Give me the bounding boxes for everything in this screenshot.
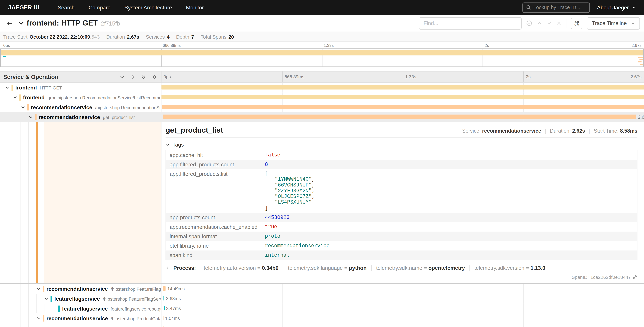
- timeline-header: Service & Operation 0μs666.89ms1.33s2s2.…: [0, 71, 644, 82]
- span-name-cell[interactable]: featureflagservicefeatureflagservice.rep…: [0, 304, 161, 314]
- span-row[interactable]: frontendgrpc.hipstershop.RecommendationS…: [0, 92, 644, 102]
- span-duration-label: 2.62s: [636, 115, 644, 120]
- link-icon[interactable]: [632, 275, 638, 280]
- next-result-icon[interactable]: [547, 20, 552, 26]
- span-bar-cell[interactable]: 2.62s: [161, 112, 644, 122]
- service-name: recommendationservice: [46, 315, 108, 322]
- tag-value: false: [261, 150, 637, 160]
- span-row[interactable]: [0, 323, 644, 327]
- span-name-cell[interactable]: recommendationservice/hipstershop.Recomm…: [0, 102, 161, 112]
- minimap-tick-label: 2.67s: [630, 43, 644, 48]
- trace-view-selector[interactable]: Trace Timeline: [587, 17, 640, 30]
- expand-chevron-icon[interactable]: [28, 115, 35, 120]
- timeline-ruler[interactable]: 0μs666.89ms1.33s2s2.67s: [161, 72, 644, 82]
- summary-value: 20: [228, 34, 234, 40]
- span-bar-cell[interactable]: [161, 82, 644, 92]
- span-name-cell[interactable]: frontendgrpc.hipstershop.RecommendationS…: [0, 92, 161, 102]
- span-operation-title: get_product_list: [166, 126, 223, 135]
- meta-divider: |: [589, 128, 590, 134]
- collapse-trace-chevron-icon[interactable]: [18, 20, 24, 26]
- summary-depth: Depth7: [176, 34, 194, 40]
- span-bar-cell[interactable]: [161, 102, 644, 112]
- span-bar[interactable]: [163, 326, 164, 327]
- span-bar-cell[interactable]: 3.47ms: [161, 304, 644, 314]
- process-value: opentelemetry: [428, 265, 465, 271]
- indent-guide: [36, 304, 44, 314]
- span-bar-cell[interactable]: 1.04ms: [161, 314, 644, 323]
- span-name-cell[interactable]: recommendationservice/hipstershop.Produc…: [0, 314, 161, 323]
- keyboard-shortcuts-button[interactable]: ⌘: [571, 18, 582, 29]
- span-bar-cell[interactable]: 3.68ms: [161, 294, 644, 304]
- zoom-out-icon[interactable]: [526, 20, 532, 26]
- expand-chevron-icon[interactable]: [5, 85, 12, 90]
- span-row[interactable]: recommendationservice/hipstershop.Recomm…: [0, 102, 644, 112]
- timeline-gridline: [403, 314, 403, 323]
- collapse-all-icon[interactable]: [141, 74, 146, 80]
- expand-chevron-icon[interactable]: [44, 296, 50, 301]
- expand-chevron-icon[interactable]: [36, 286, 43, 291]
- minimap-span-mark: [638, 57, 643, 58]
- span-name-cell[interactable]: featureflagservice/hipstershop.FeatureFl…: [0, 294, 161, 304]
- span-name-cell[interactable]: recommendationserviceget_product_list: [0, 112, 161, 122]
- span-name-cell[interactable]: recommendationservice/hipstershop.Featur…: [0, 284, 161, 294]
- minimap-canvas[interactable]: [0, 48, 644, 67]
- summary-label: Total Spans: [200, 34, 226, 40]
- nav-item-compare[interactable]: Compare: [82, 0, 118, 15]
- indent-guide: [13, 314, 20, 323]
- span-bar[interactable]: [163, 286, 166, 291]
- process-row[interactable]: Process: telemetry.auto.version = 0.34b0…: [166, 265, 638, 271]
- app-logo[interactable]: JAEGER UI: [8, 4, 39, 10]
- span-bar[interactable]: [161, 85, 644, 90]
- about-jaeger-menu[interactable]: About Jaeger: [597, 4, 636, 10]
- trace-lookup-input[interactable]: [533, 4, 586, 10]
- nav-item-monitor[interactable]: Monitor: [179, 0, 211, 15]
- span-name: featureflagservicefeatureflagservice.rep…: [58, 305, 161, 312]
- indent-guide: [36, 294, 44, 304]
- nav-item-search[interactable]: Search: [51, 0, 82, 15]
- clear-find-icon[interactable]: [556, 21, 562, 26]
- span-bar-cell[interactable]: 14.49ms: [161, 284, 644, 294]
- expand-chevron-icon[interactable]: [20, 105, 27, 110]
- about-jaeger-label: About Jaeger: [597, 4, 629, 10]
- process-item-telemetry-sdk-name: telemetry.sdk.name = opentelemetry: [372, 265, 470, 271]
- span-bar[interactable]: [162, 105, 644, 109]
- indent-guide: [5, 284, 12, 294]
- summary-label: Services: [146, 34, 165, 40]
- span-bar[interactable]: [161, 95, 644, 100]
- expand-all-icon[interactable]: [152, 74, 157, 80]
- indent-guide: [5, 294, 12, 304]
- summary-label: Depth: [176, 34, 189, 40]
- span-name-cell[interactable]: [0, 323, 161, 327]
- span-row[interactable]: recommendationservice/hipstershop.Featur…: [0, 284, 644, 294]
- expand-one-icon[interactable]: [130, 74, 136, 80]
- span-rows-bottom: recommendationservice/hipstershop.Featur…: [0, 284, 644, 327]
- indent-guide: [20, 122, 28, 283]
- indent-guide: [13, 284, 20, 294]
- trace-summary-bar: Trace StartOctober 22 2022, 22:10:09.543…: [0, 32, 644, 42]
- process-key: telemetry.sdk.name =: [376, 265, 428, 271]
- span-row[interactable]: featureflagservicefeatureflagservice.rep…: [0, 304, 644, 314]
- span-bar-cell[interactable]: [161, 92, 644, 102]
- span-name-cell[interactable]: frontendHTTP GET: [0, 82, 161, 92]
- prev-result-icon[interactable]: [537, 20, 542, 26]
- span-row[interactable]: frontendHTTP GET: [0, 82, 644, 92]
- span-detail-row: get_product_list Service: recommendation…: [0, 122, 644, 284]
- span-bar-cell[interactable]: [161, 323, 644, 327]
- tag-row: internal.span.formatproto: [166, 232, 637, 241]
- span-row[interactable]: recommendationservice/hipstershop.Produc…: [0, 314, 644, 323]
- expand-chevron-icon[interactable]: [36, 316, 43, 320]
- json-list-item: "OLJCESPC7Z",: [265, 194, 634, 200]
- tags-accordion[interactable]: Tags: [166, 142, 638, 148]
- indent-guide: [13, 112, 20, 122]
- collapse-one-icon[interactable]: [120, 74, 125, 80]
- span-row[interactable]: recommendationserviceget_product_list2.6…: [0, 112, 644, 122]
- nav-item-system-architecture[interactable]: System Architecture: [118, 0, 179, 15]
- back-button[interactable]: [3, 17, 16, 30]
- service-name: featureflagservice: [62, 305, 108, 312]
- expand-chevron-icon[interactable]: [13, 95, 19, 100]
- span-bar[interactable]: [163, 115, 636, 119]
- tag-value-text: proto: [265, 234, 280, 239]
- span-name: recommendationservice/hipstershop.Produc…: [43, 315, 161, 322]
- span-row[interactable]: featureflagservice/hipstershop.FeatureFl…: [0, 294, 644, 304]
- find-input[interactable]: [419, 17, 522, 30]
